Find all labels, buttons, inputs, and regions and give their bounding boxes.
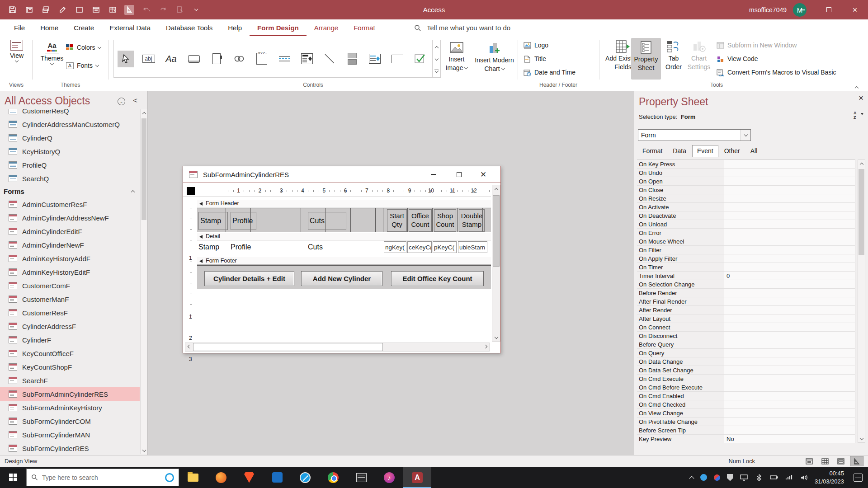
taskbar-file-explorer[interactable] bbox=[179, 467, 207, 488]
shutter-close-icon[interactable]: < bbox=[133, 96, 141, 104]
nav-item-form[interactable]: SubFormCylinderCOM bbox=[0, 414, 140, 428]
property-value[interactable] bbox=[724, 383, 855, 392]
nav-item-query[interactable]: CylinderAddressManCustomerQ bbox=[0, 117, 140, 131]
detail-label-stamp[interactable]: Stamp bbox=[198, 240, 219, 254]
property-value[interactable] bbox=[724, 220, 855, 229]
button-icon[interactable] bbox=[185, 51, 202, 67]
property-row[interactable]: After Layout bbox=[637, 314, 855, 323]
nav-item-form[interactable]: CylinderF bbox=[0, 333, 140, 347]
property-tab[interactable]: Other bbox=[720, 145, 745, 157]
toggle-button-icon[interactable] bbox=[344, 51, 360, 67]
line-icon[interactable] bbox=[321, 51, 338, 67]
property-row[interactable]: Before Screen Tip bbox=[637, 426, 855, 435]
scroll-left-icon[interactable] bbox=[185, 343, 193, 351]
nav-item-form[interactable]: AdminKeyHistoryEditF bbox=[0, 265, 140, 279]
add-new-cylinder-button[interactable]: Add New Cylinder bbox=[301, 271, 382, 286]
vertical-ruler[interactable]: 1 1 2 3 bbox=[185, 197, 197, 342]
header-label-profile[interactable]: Profile bbox=[231, 212, 256, 230]
nav-section-forms[interactable]: Forms bbox=[0, 185, 140, 197]
property-row[interactable]: On Disconnect bbox=[637, 332, 855, 340]
customize-qat-chevron-icon[interactable] bbox=[191, 5, 201, 15]
scroll-up-icon[interactable] bbox=[492, 185, 500, 192]
text-box-icon[interactable]: ab| bbox=[140, 51, 157, 67]
property-row[interactable]: On Query bbox=[637, 349, 855, 357]
property-value[interactable] bbox=[724, 169, 855, 177]
property-tab[interactable]: Data bbox=[668, 145, 691, 157]
nav-item-form[interactable]: AdminKeyHistoryAddF bbox=[0, 252, 140, 265]
form-selector-square[interactable] bbox=[187, 187, 195, 195]
property-value[interactable] bbox=[724, 392, 855, 400]
ribbon-tab[interactable]: Form Design bbox=[250, 19, 307, 36]
redo-icon[interactable] bbox=[158, 5, 168, 15]
detail-section-bar[interactable]: Detail bbox=[197, 233, 491, 240]
header-label-cuts[interactable]: Cuts bbox=[308, 212, 346, 230]
datasheet-design-icon[interactable] bbox=[108, 5, 118, 15]
detail-textbox-double-stamp[interactable]: ubleStam bbox=[458, 241, 487, 253]
property-value[interactable] bbox=[724, 400, 855, 409]
detail-textbox-starting-key-count[interactable]: ngKey( bbox=[384, 241, 406, 253]
form-close-button[interactable]: ✕ bbox=[473, 166, 493, 183]
select-pointer-icon[interactable] bbox=[118, 51, 134, 67]
battery-icon[interactable] bbox=[770, 474, 778, 482]
property-value[interactable] bbox=[724, 263, 855, 272]
insert-page-break-icon[interactable] bbox=[276, 51, 292, 67]
form-header-grid[interactable]: Stamp Profile Cuts StartQty OfficeCount … bbox=[197, 208, 491, 232]
nav-item-query[interactable]: CustomerResQ bbox=[0, 109, 140, 117]
property-value[interactable] bbox=[724, 418, 855, 426]
property-value[interactable]: No bbox=[724, 435, 855, 443]
property-row[interactable]: On Deactivate bbox=[637, 211, 855, 220]
sort-az-icon[interactable]: AZ bbox=[854, 111, 863, 123]
ribbon-tab[interactable]: Arrange bbox=[307, 19, 346, 36]
insert-modern-chart-button[interactable]: Insert Modern Chart bbox=[473, 42, 516, 72]
tab-control-icon[interactable] bbox=[208, 51, 225, 67]
property-scrollbar[interactable] bbox=[858, 160, 865, 443]
form-window-titlebar[interactable]: SubFormAdminCylinderRES ✕ bbox=[183, 166, 500, 183]
taskbar-safari[interactable] bbox=[291, 467, 319, 488]
property-value[interactable] bbox=[724, 229, 855, 237]
detail-label-profile[interactable]: Profile bbox=[231, 240, 251, 254]
scroll-down-icon[interactable] bbox=[434, 57, 438, 61]
form-maximize-button[interactable] bbox=[449, 166, 469, 183]
scroll-down-icon[interactable] bbox=[858, 435, 865, 442]
form-minimize-button[interactable] bbox=[424, 166, 443, 183]
property-value[interactable] bbox=[724, 314, 855, 323]
property-row[interactable]: On Error bbox=[637, 229, 855, 237]
controls-more-icon[interactable] bbox=[434, 70, 439, 72]
bluetooth-icon[interactable] bbox=[755, 474, 763, 482]
form-footer-section-bar[interactable]: Form Footer bbox=[197, 257, 491, 265]
taskbar-search[interactable] bbox=[26, 469, 179, 486]
nav-item-form[interactable]: SubFormCylinderMAN bbox=[0, 428, 140, 441]
property-row[interactable]: On Cmd Before Execute bbox=[637, 383, 855, 392]
date-time-button[interactable]: Date and Time bbox=[524, 69, 576, 76]
tab-order-button[interactable]: Tab Order bbox=[663, 40, 684, 70]
combo-dropdown-icon[interactable] bbox=[741, 130, 750, 141]
monitor-icon[interactable] bbox=[740, 474, 748, 482]
selection-combo[interactable]: Form bbox=[638, 129, 751, 141]
form-view-button[interactable] bbox=[802, 456, 816, 466]
nav-item-query[interactable]: ProfileQ bbox=[0, 158, 140, 172]
undo-icon[interactable] bbox=[141, 5, 151, 15]
minimize-button[interactable] bbox=[789, 0, 816, 19]
check-box-icon[interactable] bbox=[411, 51, 428, 67]
property-value[interactable] bbox=[724, 254, 855, 263]
nav-item-form[interactable]: KeyCountOfficeF bbox=[0, 347, 140, 360]
format-painter-icon[interactable] bbox=[57, 5, 67, 15]
property-tab[interactable]: All bbox=[746, 145, 762, 157]
nav-item-form[interactable]: AdminCustomerResF bbox=[0, 197, 140, 211]
ribbon-tab[interactable]: Format bbox=[346, 19, 383, 36]
property-value[interactable] bbox=[724, 340, 855, 349]
ribbon-tab[interactable]: Create bbox=[66, 19, 102, 36]
title-button[interactable]: Title bbox=[524, 55, 546, 62]
ribbon-tab[interactable]: External Data bbox=[102, 19, 158, 36]
nav-item-form[interactable]: SubFormAdminKeyHistory bbox=[0, 401, 140, 414]
scroll-down-icon[interactable] bbox=[141, 447, 147, 454]
form-view-icon[interactable] bbox=[91, 5, 101, 15]
property-value[interactable] bbox=[724, 177, 855, 186]
taskbar-blue-app[interactable] bbox=[263, 467, 291, 488]
detail-textbox-office-key-count[interactable]: ceKeyC( bbox=[407, 241, 432, 253]
property-value[interactable] bbox=[724, 375, 855, 383]
start-button[interactable] bbox=[0, 467, 26, 488]
view-code-button[interactable]: View Code bbox=[717, 55, 758, 62]
scroll-up-icon[interactable] bbox=[858, 160, 865, 167]
scroll-up-icon[interactable] bbox=[141, 109, 147, 117]
